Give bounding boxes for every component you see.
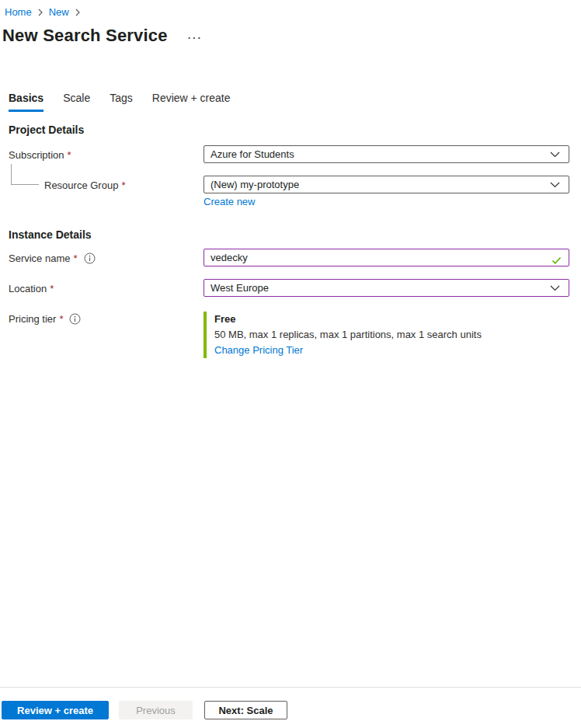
required-asterisk: * [73,253,77,264]
required-asterisk: * [50,283,54,294]
pricing-tier-label-text: Pricing tier [9,313,56,325]
chevron-down-icon [550,179,560,190]
service-name-label: Service name* [9,253,96,264]
breadcrumb-link-new[interactable]: New [49,6,69,18]
info-icon[interactable] [69,313,81,325]
pricing-tier-name: Free [214,312,482,327]
chevron-right-icon [75,9,80,16]
service-name-input[interactable] [204,249,545,266]
subscription-value: Azure for Students [210,148,294,160]
footer-buttons: Review + create Previous Next: Scale [2,701,287,719]
subscription-dropdown[interactable]: Azure for Students [204,145,569,163]
project-details-heading: Project Details [9,124,84,136]
pricing-tier-description: 50 MB, max 1 replicas, max 1 partitions,… [214,327,482,343]
chevron-right-icon [38,9,43,16]
tab-tags[interactable]: Tags [110,92,133,112]
required-asterisk: * [68,149,71,161]
review-create-button[interactable]: Review + create [2,701,109,719]
new-search-service-page: Home New New Search Service ··· Basics S… [0,0,581,728]
required-asterisk: * [121,179,125,191]
info-icon[interactable] [84,253,96,264]
subscription-label: Subscription* [9,149,71,161]
resource-group-dropdown[interactable]: (New) my-prototype [204,176,569,193]
tab-review-create[interactable]: Review + create [152,92,231,112]
location-value: West Europe [210,282,269,294]
chevron-down-icon [550,148,560,160]
pricing-tier-summary: Free 50 MB, max 1 replicas, max 1 partit… [204,312,482,358]
resource-group-connector-line [11,164,39,185]
page-title: New Search Service [2,26,168,46]
resource-group-label-text: Resource Group [44,179,118,191]
pricing-tier-label: Pricing tier* [9,313,81,325]
chevron-down-icon [550,282,560,294]
subscription-label-text: Subscription [9,149,64,161]
tab-bar: Basics Scale Tags Review + create [9,92,250,112]
footer-divider [0,687,581,688]
service-name-field [204,249,569,266]
next-scale-button[interactable]: Next: Scale [204,701,287,719]
instance-details-heading: Instance Details [9,228,92,241]
required-asterisk: * [59,313,63,325]
more-actions-icon[interactable]: ··· [188,34,203,42]
change-pricing-tier-link[interactable]: Change Pricing Tier [214,343,303,358]
valid-checkmark-icon [551,254,562,268]
location-dropdown[interactable]: West Europe [204,279,569,297]
create-new-link[interactable]: Create new [204,196,255,207]
location-label-text: Location [9,283,47,294]
resource-group-label: Resource Group* [44,179,125,191]
tab-scale[interactable]: Scale [63,92,90,112]
resource-group-value: (New) my-prototype [210,179,299,190]
tab-basics[interactable]: Basics [9,92,43,112]
previous-button[interactable]: Previous [119,701,193,719]
title-row: New Search Service ··· [2,26,203,46]
breadcrumb-link-home[interactable]: Home [5,6,32,18]
service-name-label-text: Service name [9,253,70,264]
location-label: Location* [9,283,54,294]
breadcrumb: Home New [5,6,86,18]
